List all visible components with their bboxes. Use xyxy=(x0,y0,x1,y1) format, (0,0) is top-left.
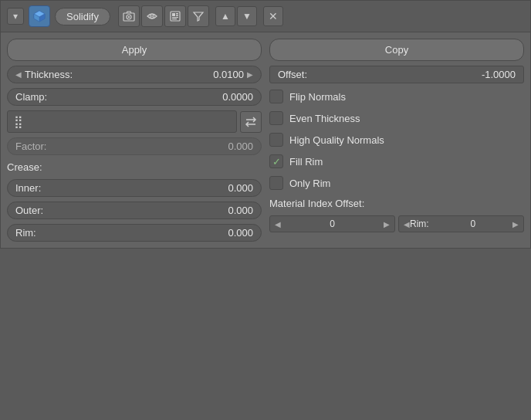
solidify-panel: ▾ Solidify xyxy=(0,0,531,249)
close-btn[interactable]: ✕ xyxy=(263,6,283,26)
vertex-group-row: ⣿ xyxy=(7,110,262,133)
material-index-label: Material Index Offset: xyxy=(269,196,524,211)
move-down-btn[interactable]: ▼ xyxy=(237,6,257,26)
even-thickness-checkbox[interactable] xyxy=(269,111,283,125)
even-thickness-row: Even Thickness xyxy=(269,110,524,127)
apply-button[interactable]: Apply xyxy=(7,39,262,61)
mat-rim-field[interactable]: ◀ Rim: 0 ▶ xyxy=(398,215,524,232)
vertex-group-field[interactable]: ⣿ xyxy=(7,110,237,133)
swap-button[interactable] xyxy=(240,111,262,133)
outer-value: 0.000 xyxy=(69,205,253,216)
svg-rect-13 xyxy=(172,17,178,18)
inner-field[interactable]: Inner: 0.000 xyxy=(7,179,262,197)
modifier-icon xyxy=(29,5,50,27)
hq-normals-label: High Quality Normals xyxy=(289,134,384,146)
thickness-arrow-right[interactable]: ▶ xyxy=(247,70,253,79)
clamp-field[interactable]: Clamp: 0.0000 xyxy=(7,88,262,106)
rim-field[interactable]: Rim: 0.000 xyxy=(7,224,262,242)
fill-rim-label: Fill Rim xyxy=(289,156,323,168)
mat-rim-arrow-left[interactable]: ◀ xyxy=(404,220,410,229)
factor-field: Factor: 0.000 xyxy=(7,137,262,155)
material-index-row: ◀ 0 ▶ ◀ Rim: 0 ▶ xyxy=(269,215,524,232)
thickness-arrow-left[interactable]: ◀ xyxy=(15,70,22,79)
fill-rim-row: ✓ Fill Rim xyxy=(269,153,524,170)
rim-label: Rim: xyxy=(15,227,69,239)
vgroup-grid-icon: ⣿ xyxy=(14,114,23,129)
clamp-label: Clamp: xyxy=(15,91,69,103)
offset-field[interactable]: Offset: -1.0000 xyxy=(269,66,524,83)
only-rim-row: Only Rim xyxy=(269,174,524,191)
flip-normals-checkbox[interactable] xyxy=(269,90,283,103)
right-column: Copy Offset: -1.0000 Flip Normals Even T… xyxy=(269,39,524,242)
thickness-field[interactable]: ◀ Thickness: 0.0100 ▶ xyxy=(7,66,262,83)
svg-point-8 xyxy=(151,15,153,17)
copy-button[interactable]: Copy xyxy=(269,39,524,61)
panel-content: Apply ◀ Thickness: 0.0100 ▶ Clamp: 0.000… xyxy=(1,32,530,248)
collapse-arrow[interactable]: ▾ xyxy=(7,8,24,25)
only-rim-label: Only Rim xyxy=(289,178,330,189)
mat-offset-field[interactable]: ◀ 0 ▶ xyxy=(269,215,395,232)
mat-arrow-left[interactable]: ◀ xyxy=(275,220,281,229)
factor-value: 0.000 xyxy=(69,141,253,152)
left-column: Apply ◀ Thickness: 0.0100 ▶ Clamp: 0.000… xyxy=(7,39,262,242)
mat-arrow-right[interactable]: ▶ xyxy=(384,220,390,229)
modifier-name[interactable]: Solidify xyxy=(55,8,110,25)
rim-value: 0.000 xyxy=(69,227,253,239)
mat-rim-arrow-right[interactable]: ▶ xyxy=(512,220,519,229)
funnel-icon-btn[interactable] xyxy=(188,5,209,27)
outer-field[interactable]: Outer: 0.000 xyxy=(7,202,262,219)
flip-normals-label: Flip Normals xyxy=(289,91,346,103)
inner-value: 0.000 xyxy=(69,182,253,194)
mat-rim-value: 0 xyxy=(434,218,512,229)
clamp-value: 0.0000 xyxy=(69,91,253,103)
hq-normals-checkbox[interactable] xyxy=(269,133,283,147)
crease-label: Crease: xyxy=(7,160,262,174)
eye-icon-btn[interactable] xyxy=(141,5,163,27)
camera-icon-btn[interactable] xyxy=(118,5,140,27)
render-icon-btn[interactable] xyxy=(164,5,186,27)
only-rim-checkbox[interactable] xyxy=(269,176,283,190)
svg-rect-10 xyxy=(172,13,175,16)
outer-label: Outer: xyxy=(15,205,69,216)
flip-normals-row: Flip Normals xyxy=(269,88,524,105)
thickness-value: 0.0100 xyxy=(79,69,244,80)
mat-rim-label: Rim: xyxy=(410,218,429,229)
hq-normals-row: High Quality Normals xyxy=(269,131,524,148)
fill-rim-checkbox[interactable]: ✓ xyxy=(269,154,283,168)
offset-value: -1.0000 xyxy=(482,69,516,80)
inner-label: Inner: xyxy=(15,182,69,194)
header-nav: ▲ ▼ xyxy=(215,6,257,26)
svg-rect-11 xyxy=(176,13,178,15)
mat-offset-value: 0 xyxy=(281,218,384,229)
header-toolbar xyxy=(118,5,209,27)
thickness-label: Thickness: xyxy=(25,69,79,80)
even-thickness-label: Even Thickness xyxy=(289,113,360,124)
svg-point-6 xyxy=(128,16,130,18)
offset-label: Offset: xyxy=(278,69,482,80)
factor-label: Factor: xyxy=(15,141,69,152)
svg-rect-14 xyxy=(172,19,177,19)
panel-header: ▾ Solidify xyxy=(1,1,530,32)
fill-rim-checkmark: ✓ xyxy=(272,156,281,168)
move-up-btn[interactable]: ▲ xyxy=(215,6,235,26)
svg-rect-12 xyxy=(176,15,178,17)
